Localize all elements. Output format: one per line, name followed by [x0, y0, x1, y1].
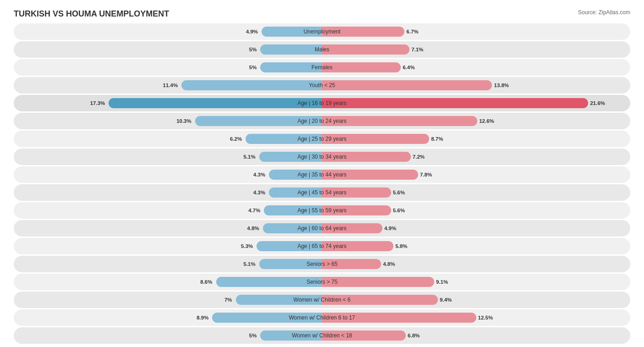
chart-row: 5.1% Age | 30 to 34 years 7.2% [14, 149, 630, 165]
pink-bar [322, 116, 477, 126]
left-value: 7% [224, 297, 232, 303]
left-value: 17.3% [90, 100, 105, 106]
blue-bar [269, 187, 322, 198]
left-value: 5.1% [244, 261, 256, 267]
left-value: 10.3% [176, 118, 191, 124]
chart-row: 17.3% Age | 16 to 19 years 21.6% [14, 95, 630, 111]
blue-bar [236, 295, 322, 305]
chart-row: 4.8% Age | 60 to 64 years 4.9% [14, 220, 630, 237]
blue-bar [259, 259, 322, 269]
x-axis: 25.0% 25.0% [14, 345, 630, 347]
pink-bar [322, 205, 391, 215]
right-value: 7.2% [413, 154, 425, 160]
pink-bar [322, 170, 418, 180]
pink-bar [322, 134, 429, 144]
chart-row: 8.9% Women w/ Children 6 to 17 12.5% [14, 309, 630, 326]
chart-row: 6.2% Age | 25 to 29 years 8.7% [14, 131, 630, 147]
blue-bar [181, 80, 322, 90]
chart-row: 5% Males 7.1% [14, 41, 630, 58]
left-value: 5% [249, 65, 257, 70]
blue-bar [260, 62, 322, 72]
pink-bar [322, 259, 381, 269]
left-value: 4.8% [247, 226, 259, 231]
left-value: 4.3% [253, 190, 265, 195]
pink-bar [322, 241, 393, 251]
chart-row: 5% Females 6.4% [14, 59, 630, 76]
chart-row: 8.6% Seniors > 75 9.1% [14, 274, 630, 290]
blue-bar [257, 241, 322, 251]
chart-row: 10.3% Age | 20 to 24 years 12.6% [14, 113, 630, 129]
right-value: 4.8% [383, 261, 395, 267]
left-value: 4.3% [253, 172, 265, 177]
chart-title: TURKISH VS HOUMA UNEMPLOYMENT [14, 9, 630, 19]
blue-bar [216, 277, 322, 287]
right-value: 7.8% [420, 172, 432, 177]
pink-bar [322, 223, 382, 233]
right-value: 9.4% [440, 297, 452, 303]
chart-row: 5% Women w/ Children < 18 6.8% [14, 327, 630, 344]
left-value: 4.7% [248, 208, 260, 213]
right-value: 6.8% [408, 333, 420, 338]
chart-row: 5.1% Seniors > 65 4.8% [14, 256, 630, 272]
chart-row: 4.3% Age | 35 to 44 years 7.8% [14, 166, 630, 183]
blue-bar [259, 152, 322, 162]
chart-row: 5.3% Age | 65 to 74 years 5.8% [14, 238, 630, 254]
left-value: 8.9% [196, 315, 208, 320]
left-value: 5% [249, 333, 257, 338]
blue-bar [109, 98, 322, 108]
chart-row: 4.9% Unemployment 6.7% [14, 23, 630, 40]
pink-bar [322, 330, 406, 341]
blue-bar [260, 44, 322, 55]
blue-bar [264, 205, 322, 215]
pink-bar [322, 62, 401, 72]
right-value: 13.8% [494, 83, 509, 88]
blue-bar [263, 223, 322, 233]
blue-bar [195, 116, 322, 126]
left-value: 6.2% [230, 136, 242, 142]
right-value: 6.4% [403, 65, 415, 70]
right-value: 9.1% [436, 279, 448, 285]
pink-bar [322, 277, 434, 287]
blue-bar [246, 134, 322, 144]
chart-area: 4.9% Unemployment 6.7% 5% Males 7.1% 5% … [14, 23, 630, 344]
chart-row: 4.3% Age | 45 to 54 years 5.6% [14, 184, 630, 201]
right-value: 12.5% [478, 315, 493, 320]
left-value: 8.6% [200, 279, 212, 285]
left-value: 4.9% [246, 29, 258, 34]
right-value: 7.1% [411, 47, 423, 52]
blue-bar [269, 170, 322, 180]
blue-bar [262, 27, 322, 37]
right-value: 21.6% [590, 100, 605, 106]
pink-bar [322, 27, 404, 37]
pink-bar [322, 295, 438, 305]
left-value: 5.3% [241, 243, 253, 249]
right-value: 12.6% [479, 118, 494, 124]
left-value: 5% [249, 47, 257, 52]
right-value: 5.6% [393, 208, 405, 213]
pink-bar [322, 187, 391, 198]
pink-bar [322, 152, 411, 162]
right-value: 4.9% [384, 226, 396, 231]
right-value: 6.7% [406, 29, 418, 34]
chart-container: TURKISH VS HOUMA UNEMPLOYMENT Source: Zi… [14, 9, 630, 347]
pink-bar [322, 44, 409, 55]
right-value: 8.7% [431, 136, 443, 142]
pink-bar [322, 313, 476, 323]
chart-row: 11.4% Youth < 25 13.8% [14, 77, 630, 94]
left-value: 5.1% [244, 154, 256, 160]
chart-row: 7% Women w/ Children < 6 9.4% [14, 292, 630, 308]
blue-bar [260, 330, 322, 341]
pink-bar [322, 80, 492, 90]
blue-bar [212, 313, 322, 323]
pink-bar [322, 98, 588, 108]
source-label: Source: ZipAtlas.com [578, 9, 630, 16]
chart-row: 4.7% Age | 55 to 59 years 5.6% [14, 202, 630, 219]
right-value: 5.8% [395, 243, 407, 249]
left-value: 11.4% [163, 83, 178, 88]
right-value: 5.6% [393, 190, 405, 195]
